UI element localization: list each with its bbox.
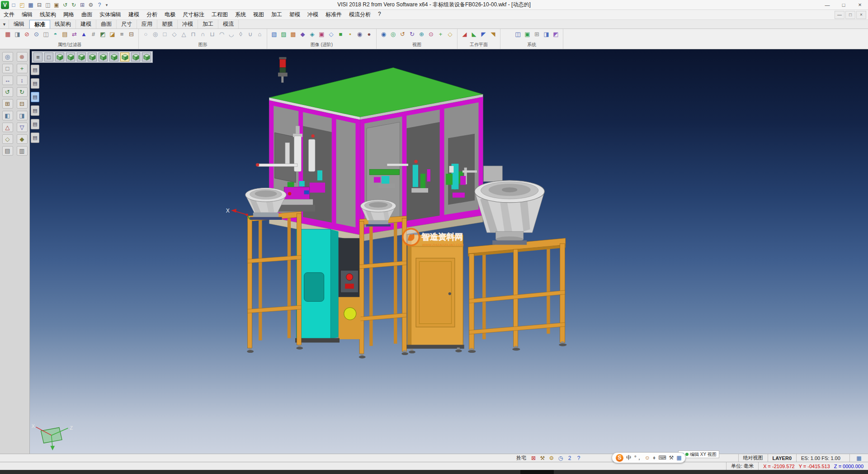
menu-dimension[interactable]: 尺寸标注 <box>179 11 208 19</box>
panel-toggle-button-5[interactable]: ▤ <box>31 119 39 129</box>
triangle-icon[interactable]: △ <box>179 30 188 38</box>
menu-view[interactable]: 视图 <box>250 11 268 19</box>
menu-modeling[interactable]: 建模 <box>125 11 143 19</box>
expand-icon[interactable]: ⊞ <box>2 99 13 109</box>
rotate-left-icon[interactable]: ↺ <box>398 30 407 38</box>
half-right-icon[interactable]: ◨ <box>17 111 28 120</box>
tab-machining[interactable]: 加工 <box>198 20 218 28</box>
open-folder-icon[interactable]: ◰ <box>18 1 26 9</box>
3d-scene[interactable]: X 智造资料网 WWW.ZHIZAOZILIAO.COM X Z <box>30 49 868 454</box>
shade-x-icon[interactable]: ▧ <box>270 30 278 38</box>
menu-mold[interactable]: 塑模 <box>286 11 304 19</box>
circle-icon[interactable]: ○ <box>142 30 150 38</box>
ime-toolbar[interactable]: S 中°，☺♦⌨⚒▦ <box>612 452 686 463</box>
gem-icon[interactable]: ◊ <box>236 30 245 38</box>
view-cube-bottom[interactable] <box>109 52 118 62</box>
rows-icon[interactable]: ▤ <box>2 146 13 156</box>
status-help-icon[interactable]: ? <box>574 455 583 461</box>
menu-file[interactable]: 文件 <box>0 11 18 19</box>
half-left-icon[interactable]: ◧ <box>2 111 13 120</box>
menu-mesh[interactable]: 网格 <box>60 11 78 19</box>
view-cube-dimetric[interactable] <box>142 52 151 62</box>
ime-grid-icon[interactable]: ▦ <box>676 455 681 461</box>
rotate-cw-icon[interactable]: ↻ <box>17 87 28 97</box>
menu-solid-edit[interactable]: 实体编辑 <box>96 11 125 19</box>
panel-toggle-button-3[interactable]: ▤ <box>31 92 39 102</box>
plane-zx-icon[interactable]: ◤ <box>479 30 488 38</box>
view-wire-icon[interactable]: ◎ <box>389 30 397 38</box>
render-icon[interactable]: ▣ <box>317 30 326 38</box>
shade-left-icon[interactable]: ◩ <box>99 30 107 38</box>
system-colors-icon[interactable] <box>505 31 511 38</box>
panel-icon[interactable]: ◨ <box>542 30 551 38</box>
status-gear-icon[interactable]: ⚙ <box>547 455 556 461</box>
tab-dropdown-button[interactable]: ▼ <box>0 20 9 28</box>
tab-application[interactable]: 应用 <box>137 20 157 28</box>
visi-logo-icon[interactable]: V <box>1 1 9 9</box>
ime-emoji-icon[interactable]: ☺ <box>645 455 650 461</box>
point-icon[interactable]: ▪ <box>346 30 354 38</box>
view-shaded-icon[interactable]: ◉ <box>379 30 388 38</box>
mdi-minimize-button[interactable]: — <box>835 11 844 19</box>
house-icon[interactable]: ⌂ <box>255 30 264 38</box>
menu-surface[interactable]: 曲面 <box>78 11 96 19</box>
ime-keyboard-icon[interactable]: ⌨ <box>658 455 666 461</box>
zoom-point-icon[interactable]: ⊙ <box>427 30 435 38</box>
list-icon[interactable]: ≡ <box>118 30 126 38</box>
view-cube-back[interactable] <box>66 52 75 62</box>
panel-toggle-button-6[interactable]: ▤ <box>31 133 39 143</box>
menu-drafting[interactable]: 工程图 <box>208 11 231 19</box>
box-icon[interactable]: □ <box>160 30 169 38</box>
grid-toggle-button[interactable]: ▦ <box>849 454 868 462</box>
undo-icon[interactable]: ↺ <box>61 1 69 9</box>
dot-icon[interactable]: ● <box>365 30 373 38</box>
menu-electrode[interactable]: 电极 <box>161 11 179 19</box>
clipboard-icon[interactable]: ◫ <box>42 30 50 38</box>
status-tools-icon[interactable]: ⚒ <box>538 455 547 461</box>
up-triangle-icon[interactable]: △ <box>2 123 13 132</box>
marquee-icon[interactable]: □ <box>2 64 13 73</box>
rotate-right-icon[interactable]: ↻ <box>408 30 416 38</box>
mdi-restore-button[interactable]: □ <box>845 11 855 19</box>
shade-icon[interactable]: ◩ <box>552 30 560 38</box>
panel-toggle-button-4[interactable]: ▤ <box>31 105 39 116</box>
tab-die[interactable]: 冲模 <box>178 20 198 28</box>
redo-icon[interactable]: ↻ <box>70 1 78 9</box>
layer-colors-icon[interactable]: ▦ <box>4 30 12 38</box>
down-triangle-icon[interactable]: ▽ <box>17 123 28 132</box>
wire-icon[interactable]: ◇ <box>327 30 335 38</box>
shade-y-icon[interactable]: ▨ <box>279 30 288 38</box>
tab-dimension[interactable]: 尺寸 <box>117 20 137 28</box>
trim-icon[interactable]: ⊗ <box>17 52 28 62</box>
grid-icon[interactable]: ⊞ <box>78 1 86 9</box>
rotate-ccw-icon[interactable]: ↺ <box>2 87 13 97</box>
arc-icon[interactable]: ∩ <box>198 30 207 38</box>
mdi-close-button[interactable]: × <box>856 11 866 19</box>
tab-edit[interactable]: 编辑 <box>9 20 29 28</box>
menu-analysis[interactable]: 分析 <box>143 11 161 19</box>
maximize-button[interactable]: □ <box>835 0 852 9</box>
diamond-icon[interactable]: ◆ <box>298 30 307 38</box>
shade-right-icon[interactable]: ◪ <box>108 30 117 38</box>
status-clock-icon[interactable]: ◷ <box>556 455 565 461</box>
menu-moldflow[interactable]: 模流分析 <box>345 11 374 19</box>
help-icon[interactable]: ? <box>95 1 104 9</box>
view-cube-left[interactable] <box>77 52 86 62</box>
tab-standard[interactable]: 标准 <box>29 20 50 28</box>
panel-toggle-button-2[interactable]: ▤ <box>31 78 39 89</box>
add-point-icon[interactable]: + <box>17 64 28 73</box>
target-icon[interactable]: ◉ <box>355 30 364 38</box>
ime-mode-chinese[interactable]: 中 <box>626 454 632 462</box>
status-screen-icon[interactable]: ⊠ <box>529 455 538 461</box>
view-cube-right[interactable] <box>88 52 97 62</box>
viewport-3d[interactable]: X 智造资料网 WWW.ZHIZAOZILIAO.COM X Z ≡□ <box>30 49 868 454</box>
union-icon[interactable]: ∪ <box>246 30 255 38</box>
plane-custom-icon[interactable]: ◥ <box>489 30 497 38</box>
cup-icon[interactable]: ⊔ <box>208 30 217 38</box>
tab-surface[interactable]: 曲面 <box>96 20 117 28</box>
snap-label[interactable]: 拴宅 <box>514 455 529 461</box>
screen-icon[interactable]: ▣ <box>523 30 532 38</box>
menu-die[interactable]: 冲模 <box>304 11 322 19</box>
solid-icon[interactable]: ■ <box>336 30 345 38</box>
copy-icon[interactable]: ▣ <box>52 1 61 9</box>
